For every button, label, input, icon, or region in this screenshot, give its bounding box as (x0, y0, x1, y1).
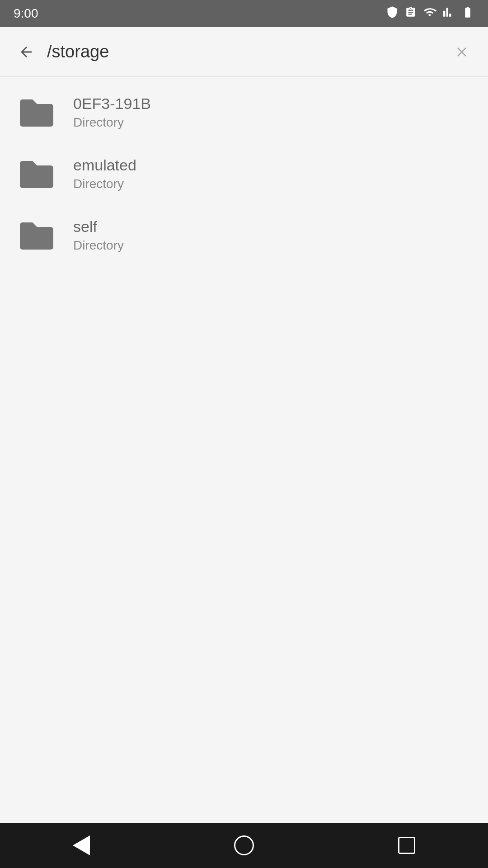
toolbar: /storage (0, 27, 488, 77)
status-time: 9:00 (14, 6, 38, 21)
file-type: Directory (73, 238, 124, 253)
file-info: 0EF3-191B Directory (73, 95, 151, 130)
folder-icon (16, 217, 57, 253)
nav-back-button[interactable] (63, 827, 99, 863)
file-type: Directory (73, 115, 151, 130)
toolbar-title: /storage (47, 42, 448, 61)
back-button[interactable] (13, 38, 40, 66)
folder-icon (16, 94, 57, 130)
close-button[interactable] (448, 38, 475, 66)
wifi-icon (423, 6, 436, 21)
file-name: self (73, 218, 124, 236)
file-name: emulated (73, 156, 136, 174)
nav-home-button[interactable] (226, 827, 262, 863)
status-icons (386, 6, 474, 21)
battery-icon (461, 6, 474, 21)
file-info: self Directory (73, 218, 124, 253)
file-type: Directory (73, 177, 136, 191)
recent-square-icon (398, 837, 415, 854)
file-info: emulated Directory (73, 156, 136, 191)
nav-bar (0, 823, 488, 868)
signal-icon (443, 6, 455, 21)
home-circle-icon (234, 835, 254, 855)
list-item[interactable]: 0EF3-191B Directory (0, 81, 488, 143)
file-list: 0EF3-191B Directory emulated Directory s… (0, 77, 488, 823)
back-arrow-icon (73, 835, 90, 855)
list-item[interactable]: self Directory (0, 204, 488, 266)
folder-icon (16, 156, 57, 192)
nav-recent-button[interactable] (389, 827, 425, 863)
shield-icon (386, 6, 399, 21)
status-bar: 9:00 (0, 0, 488, 27)
list-item[interactable]: emulated Directory (0, 143, 488, 204)
file-name: 0EF3-191B (73, 95, 151, 113)
clipboard-icon (405, 6, 417, 21)
